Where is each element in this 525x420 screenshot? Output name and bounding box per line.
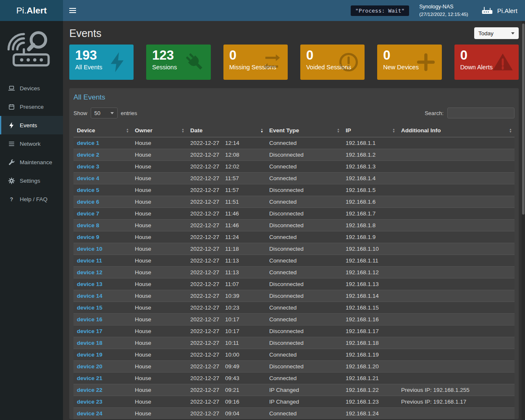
table-row: device 11House2022-12-2711:13Connected19…	[74, 255, 514, 267]
scrollbar-thumb[interactable]	[522, 24, 525, 215]
device-link[interactable]: device 12	[77, 269, 102, 276]
device-link[interactable]: device 4	[77, 175, 99, 181]
question-icon: ?	[8, 196, 15, 203]
date-value: 2022-12-27	[190, 257, 219, 264]
table-row: device 16House2022-12-2710:17Connected19…	[74, 314, 514, 326]
column-header-label: IP	[346, 127, 351, 134]
table-row: device 9House2022-12-2711:24Connected192…	[74, 231, 514, 243]
sidebar-item-events[interactable]: Events	[0, 116, 63, 134]
sidebar-item-help-faq[interactable]: ?Help / FAQ	[0, 190, 63, 208]
additional-info-cell	[398, 231, 514, 243]
period-selected-value: Today	[478, 30, 494, 37]
app-ident[interactable]: Pi.Alert	[481, 5, 517, 16]
ip-cell: 192.168.1.16	[342, 314, 398, 326]
date-cell: 2022-12-2711:57	[187, 184, 266, 196]
network-icon	[8, 140, 15, 147]
device-link[interactable]: device 9	[77, 234, 99, 240]
device-link[interactable]: device 15	[77, 304, 102, 311]
app-name: Pi.Alert	[497, 7, 517, 14]
table-row: device 23House2022-12-2709:16IP Changed1…	[74, 396, 514, 408]
device-link[interactable]: device 16	[77, 316, 102, 323]
table-row: device 18House2022-12-2710:11Disconnecte…	[74, 337, 514, 349]
device-link[interactable]: device 21	[77, 375, 102, 381]
column-header-device[interactable]: Device▲▼	[74, 124, 131, 137]
date-value: 2022-12-27	[190, 363, 219, 370]
date-cell: 2022-12-2709:04	[187, 408, 266, 420]
sort-icon: ▲▼	[260, 128, 263, 133]
column-header-label: Device	[77, 127, 95, 134]
device-link[interactable]: device 18	[77, 340, 102, 346]
date-value: 2022-12-27	[190, 175, 219, 181]
device-link[interactable]: device 3	[77, 163, 99, 170]
sidebar-item-label: Network	[20, 141, 41, 147]
time-value: 10:39	[225, 293, 239, 299]
sidebar-item-devices[interactable]: Devices	[0, 79, 63, 97]
device-link[interactable]: device 5	[77, 187, 99, 193]
table-row: device 8House2022-12-2711:46Disconnected…	[74, 220, 514, 231]
event-type-cell: IP Changed	[266, 396, 342, 408]
sidebar-item-label: Presence	[20, 104, 44, 110]
column-header-date[interactable]: Date▲▼	[187, 124, 266, 137]
device-link[interactable]: device 11	[77, 257, 102, 264]
wrench-icon	[8, 159, 15, 166]
sidebar-item-settings[interactable]: Settings	[0, 171, 63, 190]
device-link[interactable]: device 17	[77, 328, 102, 334]
column-header-ip[interactable]: IP▲▼	[342, 124, 398, 137]
date-cell: 2022-12-2710:23	[187, 302, 266, 314]
owner-cell: House	[131, 361, 187, 373]
column-header-event-type[interactable]: Event Type▲▼	[266, 124, 342, 137]
sidebar-item-presence[interactable]: Presence	[0, 97, 63, 116]
device-link[interactable]: device 2	[77, 152, 99, 158]
device-link[interactable]: device 6	[77, 199, 99, 205]
ip-cell: 192.168.1.5	[342, 184, 398, 196]
table-row: device 6House2022-12-2711:51Connected192…	[74, 196, 514, 208]
device-link[interactable]: device 8	[77, 222, 99, 228]
device-cell: device 6	[74, 196, 131, 208]
date-cell: 2022-12-2711:51	[187, 196, 266, 208]
date-value: 2022-12-27	[190, 222, 219, 228]
summary-card-missing-sessions: 0Missing Sessions	[223, 45, 288, 80]
device-cell: device 11	[74, 255, 131, 267]
device-link[interactable]: device 1	[77, 140, 99, 146]
device-link[interactable]: device 14	[77, 293, 102, 299]
column-header-additional-info[interactable]: Additional Info▲▼	[398, 124, 514, 137]
sort-icon: ▲▼	[392, 128, 395, 133]
table-row: device 14House2022-12-2710:39Disconnecte…	[74, 290, 514, 302]
app-logo[interactable]: Pi.Alert	[0, 0, 63, 21]
process-status-badge: "Process: Wait"	[351, 5, 409, 16]
page-length-value: 50	[94, 110, 100, 116]
additional-info-cell	[398, 243, 514, 255]
device-link[interactable]: device 22	[77, 387, 102, 393]
date-cell: 2022-12-2711:18	[187, 243, 266, 255]
sidebar-item-maintenance[interactable]: Maintenance	[0, 153, 63, 171]
event-type-cell: Disconnected	[266, 149, 342, 161]
device-link[interactable]: device 19	[77, 352, 102, 358]
period-selector[interactable]: Today	[474, 27, 519, 39]
sidebar-toggle-button[interactable]	[63, 0, 82, 21]
table-row: device 2House2022-12-2712:08Disconnected…	[74, 149, 514, 161]
device-link[interactable]: device 23	[77, 399, 102, 405]
device-link[interactable]: device 10	[77, 246, 102, 252]
sidebar-item-network[interactable]: Network	[0, 134, 63, 153]
event-type-cell: Connected	[266, 314, 342, 326]
owner-cell: House	[131, 384, 187, 396]
device-cell: device 20	[74, 361, 131, 373]
device-link[interactable]: device 24	[77, 410, 102, 417]
date-cell: 2022-12-2709:16	[187, 396, 266, 408]
search-input[interactable]	[447, 108, 514, 118]
owner-cell: House	[131, 149, 187, 161]
svg-text:?: ?	[10, 196, 13, 202]
device-link[interactable]: device 13	[77, 281, 102, 287]
date-value: 2022-12-27	[190, 199, 219, 205]
event-type-cell: Connected	[266, 137, 342, 149]
column-header-owner[interactable]: Owner▲▼	[131, 124, 187, 137]
owner-cell: House	[131, 337, 187, 349]
owner-cell: House	[131, 408, 187, 420]
page-length-selector[interactable]: 50	[91, 108, 118, 118]
device-link[interactable]: device 20	[77, 363, 102, 370]
device-cell: device 23	[74, 396, 131, 408]
owner-cell: House	[131, 255, 187, 267]
device-link[interactable]: device 7	[77, 210, 99, 217]
events-panel: All Events Show 50 entries Search: Devic…	[69, 88, 519, 419]
summary-card-new-devices: 0New Devices	[377, 45, 441, 80]
